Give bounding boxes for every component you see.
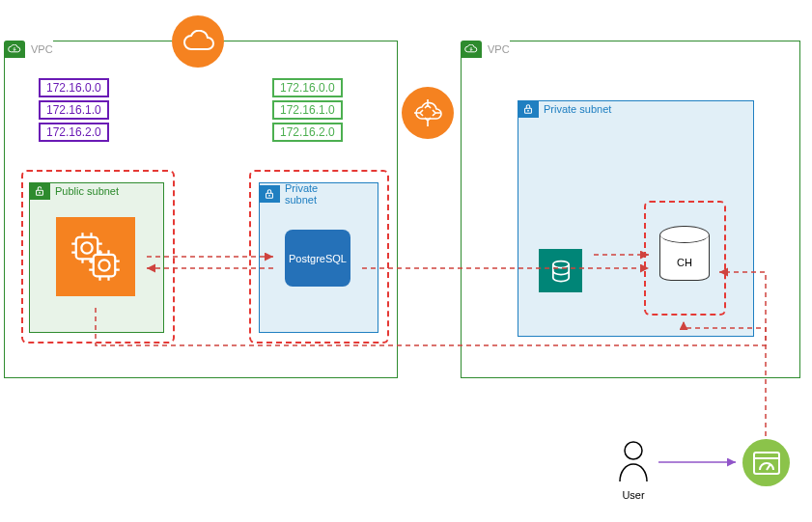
svg-line-14	[767, 464, 770, 470]
ip-purple-0: 172.16.0.0	[39, 78, 109, 97]
vpc-left-label: VPC	[4, 41, 53, 58]
ip-purple-1: 172.16.1.0	[39, 100, 109, 120]
svg-point-10	[552, 261, 568, 267]
compute-node	[56, 217, 135, 296]
postgresql-label: PostgreSQL	[289, 253, 347, 264]
ip-purple-2: 172.16.2.0	[39, 123, 109, 142]
vpc-label-text: VPC	[488, 43, 510, 55]
vpc-label-text: VPC	[31, 43, 53, 55]
postgresql-node: PostgreSQL	[285, 230, 350, 287]
lock-icon	[518, 100, 539, 118]
vpc-right-label: VPC	[461, 41, 510, 58]
data-service-node	[539, 249, 582, 292]
subnet-label-text: Private subnet	[544, 103, 611, 115]
ch-label: CH	[659, 257, 710, 268]
cloud-circle-icon	[172, 15, 224, 68]
user-icon: User	[616, 439, 651, 501]
ip-green-1: 172.16.1.0	[272, 100, 343, 120]
svg-point-5	[527, 110, 529, 112]
peering-circle-icon	[402, 87, 454, 139]
cloud-icon	[461, 41, 482, 58]
ip-green-0: 172.16.0.0	[272, 78, 343, 97]
svg-rect-8	[94, 255, 116, 277]
svg-point-7	[81, 242, 92, 253]
ch-cylinder: CH	[659, 226, 710, 281]
private-subnet-right-label: Private subnet	[518, 100, 611, 118]
svg-point-11	[625, 442, 642, 459]
user-label: User	[616, 489, 651, 501]
dashboard-circle-icon	[742, 439, 790, 486]
ip-green-2: 172.16.2.0	[272, 123, 343, 142]
cloud-icon	[4, 41, 25, 58]
